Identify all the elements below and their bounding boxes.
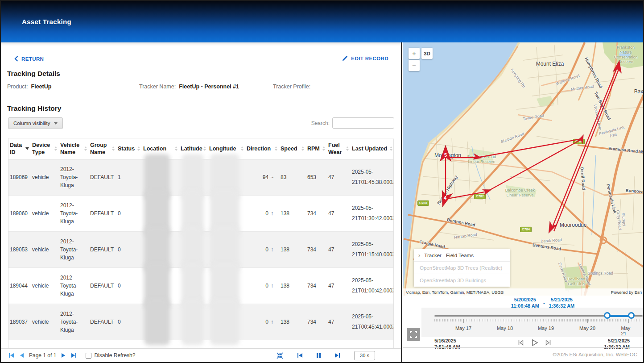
table-row[interactable]: 189060vehicle2012-Toyota-KlugaDEFAULT00↑… <box>8 195 394 231</box>
zoom-out-button[interactable]: − <box>409 60 420 71</box>
app-window: Asset Tracking RETURN EDIT RECORD Tracki… <box>0 0 644 363</box>
layer-label: OpenStreetMap 3D Trees (Realistic) <box>420 265 502 271</box>
pencil-icon <box>342 55 348 61</box>
disable-refresh-checkbox[interactable] <box>86 353 91 359</box>
cell-location <box>142 231 179 267</box>
cell-longitude <box>208 159 245 195</box>
collapse-icon[interactable] <box>277 352 283 359</box>
direction-value: 0 <box>265 283 268 289</box>
table-row[interactable]: 189037vehicle2012-Toyota-KlugaDEFAULT00↑… <box>8 304 394 340</box>
layer-label: OpenStreetMap 3D Buildings <box>420 278 486 283</box>
map-canvas[interactable]: Mount ElizaMorningtonMoorooducBaxterFran… <box>403 42 644 296</box>
sort-icon <box>84 146 87 151</box>
timeline-day-label: May 18 <box>497 325 513 331</box>
tracking-table: Data IDDevice TypeVehicle NameGroup Name… <box>8 138 394 350</box>
next-page-button[interactable] <box>61 353 66 358</box>
refresh-interval-field[interactable]: 30 s <box>354 351 375 360</box>
edit-record-link[interactable]: EDIT RECORD <box>342 55 388 61</box>
cell-status: 1 <box>116 159 142 195</box>
track-arrow-marker[interactable] <box>577 134 586 144</box>
layer-item-tracker-field-teams[interactable]: › Tracker - Field Teams <box>414 249 510 262</box>
time-slider-section: 5/20/2025 11:06:48 AM - 5/21/2025 1:36:3… <box>403 296 643 362</box>
cell-group_name: DEFAULT <box>89 159 116 195</box>
track-arrow-marker[interactable] <box>483 187 492 195</box>
cell-latitude <box>179 267 208 304</box>
column-header-label: Status <box>118 145 136 152</box>
sort-icon <box>54 146 57 151</box>
cell-speed: 138 <box>279 304 306 340</box>
column-header-label: Group Name <box>90 142 111 156</box>
step-back-button[interactable] <box>517 339 524 346</box>
sort-desc-icon <box>25 147 29 150</box>
column-header-fuel_wear[interactable]: Fuel Wear <box>327 138 351 159</box>
direction-arrow-icon: ↑ <box>271 319 273 325</box>
search-input[interactable] <box>332 117 394 129</box>
column-visibility-button[interactable]: Column visibility <box>8 117 63 129</box>
app-header: Asset Tracking <box>1 1 643 42</box>
previous-page-button[interactable] <box>19 353 24 358</box>
cell-group_name: DEFAULT <box>89 267 116 304</box>
cell-last_updated: 2025-05-21T01:15:40.000Z <box>351 231 394 267</box>
restart-refresh-button[interactable] <box>297 353 303 358</box>
return-link[interactable]: RETURN <box>14 56 44 62</box>
cell-data_id: 189053 <box>8 231 31 267</box>
map-attribution-bar: Vicmap, Esri, TomTom, Garmin, METI/NASA,… <box>403 288 644 296</box>
skip-refresh-button[interactable] <box>334 353 341 358</box>
cell-vehicle_name: 2012-Toyota-Kluga <box>59 159 89 195</box>
page-title: Asset Tracking <box>22 18 71 25</box>
column-header-group_name[interactable]: Group Name <box>89 138 116 159</box>
cell-rpm: 734 <box>306 195 327 231</box>
cell-speed: 138 <box>279 231 306 267</box>
column-header-vehicle_name[interactable]: Vehicle Name <box>59 138 89 159</box>
cell-fuel_wear: 47 <box>327 231 351 267</box>
map-panel: Mount ElizaMorningtonMoorooducBaxterFran… <box>403 42 643 362</box>
cell-speed: 83 <box>279 159 306 195</box>
first-page-button[interactable] <box>8 353 14 358</box>
disable-refresh-field: Disable Refresh? <box>86 352 135 359</box>
tracker-profile-field: Tracker Profile: <box>273 83 314 90</box>
map-3d-toggle-button[interactable]: 3D <box>421 48 433 59</box>
layer-item-osm-3d-buildings[interactable]: OpenStreetMap 3D Buildings <box>414 274 510 287</box>
column-header-rpm[interactable]: RPM <box>306 138 327 159</box>
time-slider-selected-segment[interactable] <box>607 315 631 317</box>
track-line <box>445 139 582 199</box>
table-row[interactable]: 189069vehicle2012-Toyota-KlugaDEFAULT194… <box>8 159 394 195</box>
chevron-left-icon <box>14 56 18 62</box>
direction-arrow-icon: ↑ <box>269 175 275 179</box>
column-header-last_updated[interactable]: Last Updated <box>351 138 394 159</box>
table-row[interactable]: 189044vehicle2012-Toyota-KlugaDEFAULT00↑… <box>8 267 394 304</box>
search-label: Search: <box>311 120 330 126</box>
pause-refresh-button[interactable] <box>316 353 321 359</box>
cell-data_id: 189060 <box>8 195 31 231</box>
timeline-day-label: May 19 <box>538 325 554 331</box>
last-page-button[interactable] <box>71 353 77 358</box>
layer-item-osm-3d-trees[interactable]: OpenStreetMap 3D Trees (Realistic) <box>414 262 510 274</box>
sort-icon <box>137 146 140 151</box>
column-header-label: Vehicle Name <box>60 142 83 156</box>
column-header-speed[interactable]: Speed <box>279 138 306 159</box>
time-slider-start-handle[interactable] <box>604 312 611 319</box>
table-row[interactable]: 189053vehicle2012-Toyota-KlugaDEFAULT00↑… <box>8 231 394 267</box>
cell-longitude <box>208 267 245 304</box>
column-header-label: Location <box>143 145 173 152</box>
cell-rpm: 734 <box>306 267 327 304</box>
column-header-device_type[interactable]: Device Type <box>31 138 59 159</box>
sort-icon <box>241 146 244 151</box>
zoom-in-button[interactable]: + <box>409 48 420 59</box>
play-button[interactable] <box>530 338 539 347</box>
cell-vehicle_name: 2012-Toyota-Kluga <box>59 195 89 231</box>
cell-group_name: DEFAULT <box>89 304 116 340</box>
timeline-end-date: 5/21/2025 <box>604 338 630 344</box>
cell-latitude <box>179 304 208 340</box>
step-forward-button[interactable] <box>545 339 552 346</box>
cell-location <box>142 159 179 195</box>
column-header-direction[interactable]: Direction <box>245 138 279 159</box>
column-header-label: Longitude <box>209 145 239 152</box>
cell-rpm: 734 <box>306 304 327 340</box>
column-header-data_id[interactable]: Data ID <box>8 138 31 159</box>
column-header-status[interactable]: Status <box>116 138 142 159</box>
column-header-label: Latitude <box>181 145 202 152</box>
time-slider-end-handle[interactable] <box>628 312 635 319</box>
cell-data_id: 189069 <box>8 159 31 195</box>
refresh-controls: 30 s <box>277 351 375 360</box>
